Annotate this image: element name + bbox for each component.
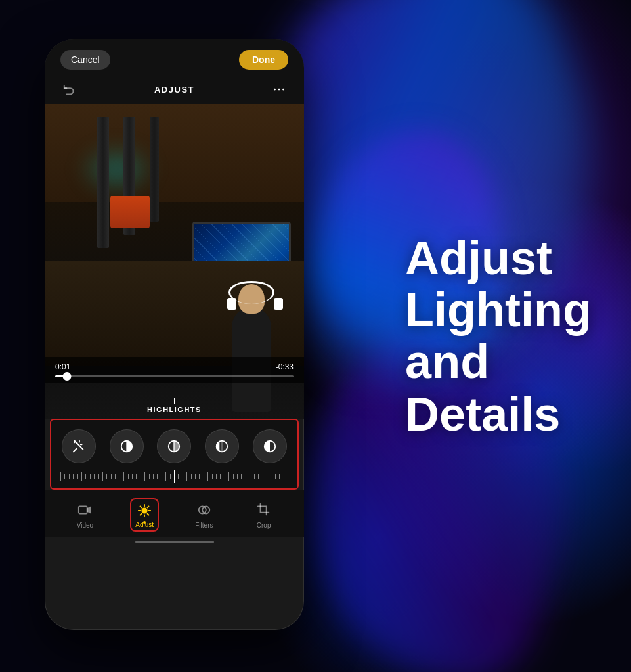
remaining-time: -0:33	[276, 362, 294, 371]
svg-point-0	[274, 89, 276, 91]
crop-icon	[255, 501, 273, 519]
tab-video[interactable]: Video	[65, 501, 104, 529]
tool-contrast[interactable]	[253, 429, 287, 463]
tab-filters-label: Filters	[195, 522, 213, 529]
scene-teal-glow	[77, 143, 156, 196]
tool-exposure[interactable]	[110, 429, 144, 463]
highlights-label: HIGHLIGHTS	[147, 406, 202, 413]
heading-line4: Details	[405, 388, 592, 440]
highlights-indicator	[174, 398, 175, 404]
heading-line2: Lighting	[405, 284, 592, 336]
svg-line-24	[148, 507, 149, 508]
done-button[interactable]: Done	[239, 50, 288, 70]
slider-container[interactable]	[55, 469, 294, 484]
tab-bar: Video	[45, 490, 304, 537]
timeline-area: 0:01 -0:33	[45, 357, 304, 383]
headphone-right	[274, 298, 283, 310]
cancel-button[interactable]: Cancel	[60, 50, 110, 70]
tab-adjust-active-wrap: Adjust	[130, 498, 159, 532]
filters-icon	[195, 501, 213, 519]
ticks-wrapper	[58, 470, 291, 483]
adjust-icon	[135, 501, 154, 520]
headphone-left	[227, 298, 236, 310]
tab-crop-label: Crop	[257, 522, 271, 529]
tools-row	[55, 424, 294, 469]
svg-line-22	[141, 507, 142, 508]
tab-adjust[interactable]: Adjust	[125, 498, 164, 532]
tab-filters[interactable]: Filters	[185, 501, 224, 529]
current-time: 0:01	[55, 362, 70, 371]
home-indicator	[135, 541, 214, 543]
tab-video-label: Video	[77, 522, 93, 529]
right-heading: Adjust Lighting and Details	[405, 232, 592, 440]
video-preview: 0:01 -0:33 HIGHLIGHTS	[45, 104, 304, 419]
nav-bar: ADJUST	[45, 75, 304, 104]
slider-center-line	[174, 470, 175, 483]
phone-top-bar: Cancel Done	[45, 39, 304, 75]
tool-shadows[interactable]	[205, 429, 239, 463]
phone-device: Cancel Done ADJUST	[45, 39, 304, 630]
undo-button[interactable]	[60, 80, 79, 98]
tool-magic-wand[interactable]	[62, 429, 96, 463]
heading-line3: and	[405, 336, 592, 388]
timeline-thumb[interactable]	[63, 372, 72, 381]
scene-pipe-1	[97, 117, 109, 248]
svg-line-4	[74, 448, 77, 452]
svg-line-23	[148, 514, 149, 515]
tab-crop[interactable]: Crop	[244, 501, 284, 529]
video-icon	[76, 501, 94, 519]
svg-line-25	[141, 514, 142, 515]
heading-line1: Adjust	[405, 232, 592, 284]
tools-section	[50, 419, 299, 490]
svg-point-17	[142, 508, 146, 513]
phone-body: Cancel Done ADJUST	[45, 39, 304, 630]
page-title: ADJUST	[154, 85, 194, 94]
svg-rect-15	[79, 507, 87, 514]
timeline-times: 0:01 -0:33	[55, 362, 294, 371]
svg-point-2	[282, 89, 284, 91]
timeline-bar[interactable]	[55, 375, 294, 377]
scene-pipe-3	[150, 117, 159, 222]
tool-highlights[interactable]	[157, 429, 191, 463]
highlights-container: HIGHLIGHTS	[45, 398, 304, 413]
scene-person	[219, 281, 284, 412]
svg-point-1	[278, 89, 280, 91]
more-button[interactable]	[270, 80, 288, 98]
scene-prop-box	[110, 196, 150, 228]
